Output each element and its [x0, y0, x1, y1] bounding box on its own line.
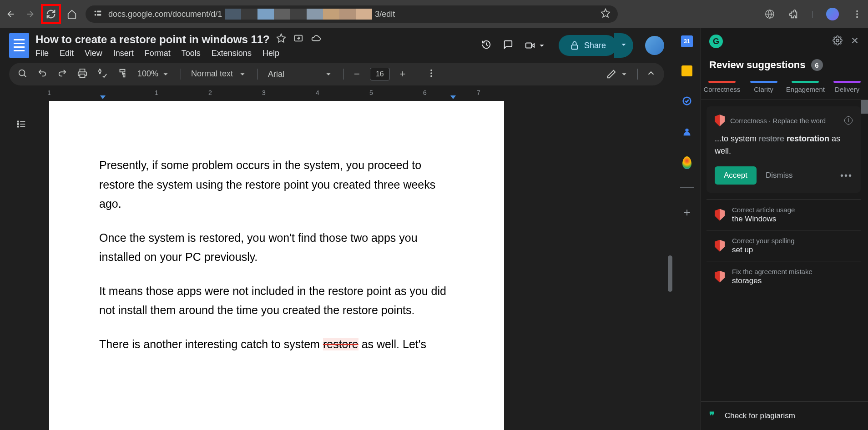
document-page[interactable]: Presently, if some problem occurs in the…: [49, 101, 504, 430]
redacted-blocks: [225, 9, 372, 20]
suggestion-mini[interactable]: Correct article usagethe Windows: [707, 199, 861, 230]
undo-icon[interactable]: [37, 68, 47, 80]
suggestion-card[interactable]: Correctness · Replace the word i ...to s…: [707, 106, 861, 193]
svg-rect-2: [97, 10, 101, 12]
tab-engagement[interactable]: Engagement: [785, 78, 827, 100]
history-icon[interactable]: [481, 40, 491, 51]
menu-file[interactable]: File: [35, 49, 49, 58]
tasks-icon[interactable]: [681, 95, 693, 107]
svg-rect-10: [572, 45, 578, 49]
grammarly-tabs: CorrectnessClarityEngagementDelivery: [701, 78, 868, 100]
redo-icon[interactable]: [57, 68, 67, 80]
paragraph: Once the system is restored, you won't f…: [99, 228, 454, 267]
tab-correctness[interactable]: Correctness: [701, 78, 743, 100]
plagiarism-button[interactable]: ❞ Check for plagiarism: [701, 401, 868, 430]
suggestion-mini[interactable]: Fix the agreement mistakestorages: [707, 261, 861, 292]
docs-logo-icon[interactable]: [9, 33, 29, 58]
calendar-icon[interactable]: 31: [681, 35, 693, 47]
print-icon[interactable]: [77, 68, 87, 80]
outline-icon[interactable]: [16, 119, 26, 131]
style-select[interactable]: Normal text: [191, 69, 247, 79]
suggestion-count: 6: [811, 59, 823, 71]
site-info-icon[interactable]: [93, 8, 103, 20]
accept-button[interactable]: Accept: [715, 166, 757, 185]
info-icon[interactable]: i: [844, 116, 853, 125]
account-avatar[interactable]: [645, 36, 664, 55]
svg-point-15: [430, 75, 432, 77]
quote-icon: ❞: [709, 410, 715, 422]
paragraph: Presently, if some problem occurs in the…: [99, 155, 454, 214]
svg-point-17: [17, 124, 19, 125]
grammarly-logo-icon[interactable]: G: [709, 35, 723, 48]
star-icon[interactable]: [276, 33, 286, 46]
browser-menu-icon[interactable]: [852, 9, 863, 20]
reload-icon[interactable]: [45, 9, 56, 20]
more-tools-icon[interactable]: [426, 68, 436, 80]
collapse-icon[interactable]: [646, 68, 656, 80]
svg-point-1: [95, 14, 96, 15]
menu-format[interactable]: Format: [145, 49, 171, 58]
grammarly-panel: G Review suggestions 6 CorrectnessClarit…: [701, 28, 868, 430]
menu-tools[interactable]: Tools: [182, 49, 201, 58]
svg-point-16: [17, 121, 19, 122]
review-title: Review suggestions: [709, 59, 806, 71]
menu-bar: FileEditViewInsertFormatToolsExtensionsH…: [35, 49, 321, 58]
menu-view[interactable]: View: [85, 49, 102, 58]
tab-delivery[interactable]: Delivery: [826, 78, 868, 100]
globe-icon[interactable]: [764, 9, 775, 20]
font-size-input[interactable]: 16: [370, 68, 390, 80]
increase-font-icon[interactable]: +: [400, 68, 406, 80]
document-container: Presently, if some problem occurs in the…: [0, 101, 673, 430]
svg-rect-12: [80, 74, 85, 77]
shield-icon: [715, 115, 725, 126]
zoom-select[interactable]: 100%: [137, 69, 171, 79]
add-addon-icon[interactable]: +: [681, 206, 693, 219]
comments-icon[interactable]: [503, 40, 513, 51]
keep-icon[interactable]: [681, 65, 692, 76]
settings-icon[interactable]: [833, 35, 843, 47]
suggestion-text: ...to system restore restoration as well…: [715, 133, 853, 157]
more-icon[interactable]: •••: [840, 170, 853, 181]
svg-point-18: [17, 126, 19, 127]
svg-rect-9: [526, 43, 532, 48]
scrollbar[interactable]: [861, 100, 868, 114]
close-icon[interactable]: [850, 35, 860, 47]
edit-mode-icon[interactable]: [606, 69, 629, 79]
home-icon[interactable]: [66, 9, 77, 20]
paragraph: It means those apps were not included in…: [99, 281, 454, 320]
spellcheck-icon[interactable]: [97, 68, 107, 80]
meet-icon[interactable]: [525, 40, 547, 50]
svg-point-7: [856, 16, 858, 18]
profile-avatar[interactable]: [826, 8, 839, 20]
bookmark-icon[interactable]: [601, 8, 611, 20]
svg-point-0: [95, 10, 96, 12]
forward-icon[interactable]: [25, 9, 35, 20]
suggestion-mini[interactable]: Correct your spellingset up: [707, 230, 861, 261]
docs-header: How to create a restore point in windows…: [0, 28, 673, 63]
svg-point-5: [856, 10, 858, 12]
menu-help[interactable]: Help: [262, 49, 279, 58]
dismiss-button[interactable]: Dismiss: [766, 171, 793, 180]
contacts-icon[interactable]: [681, 125, 693, 138]
url-bar[interactable]: docs.google.com/document/d/1 3/edit: [86, 5, 618, 23]
cloud-icon[interactable]: [311, 33, 321, 46]
paint-format-icon[interactable]: [117, 68, 127, 80]
font-select[interactable]: Arial: [268, 70, 313, 79]
tab-clarity[interactable]: Clarity: [743, 78, 785, 100]
doc-title[interactable]: How to create a restore point in windows…: [35, 33, 270, 46]
svg-point-24: [836, 39, 839, 42]
share-dropdown-icon[interactable]: [614, 33, 633, 58]
menu-edit[interactable]: Edit: [60, 49, 74, 58]
maps-icon[interactable]: [681, 156, 693, 169]
menu-insert[interactable]: Insert: [113, 49, 134, 58]
scrollbar[interactable]: [668, 255, 672, 292]
decrease-font-icon[interactable]: −: [354, 68, 360, 80]
back-icon[interactable]: [5, 9, 16, 20]
share-button[interactable]: Share: [559, 35, 617, 56]
svg-point-14: [430, 72, 432, 74]
extensions-icon[interactable]: [788, 9, 799, 20]
search-icon[interactable]: [17, 68, 27, 80]
move-icon[interactable]: [293, 33, 303, 46]
menu-extensions[interactable]: Extensions: [212, 49, 252, 58]
svg-point-23: [685, 129, 688, 132]
